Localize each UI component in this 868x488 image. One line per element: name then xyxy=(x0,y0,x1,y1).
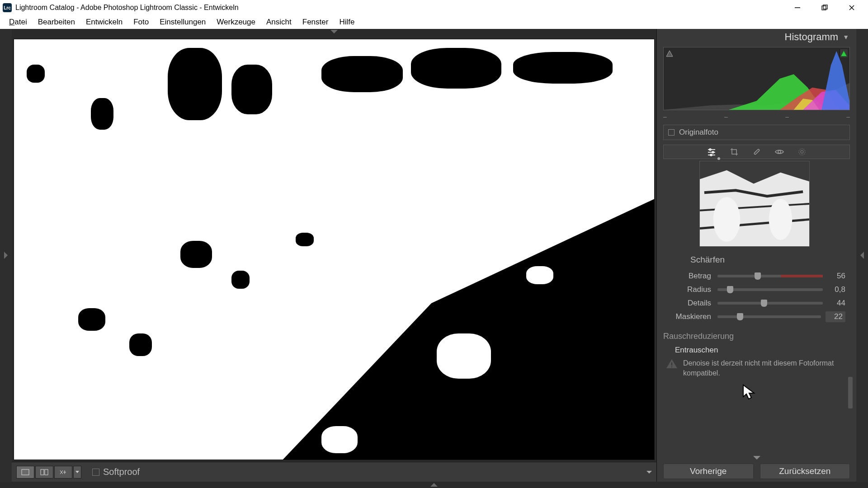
view-loupe-button[interactable] xyxy=(16,466,34,479)
heal-icon[interactable] xyxy=(752,147,762,157)
view-beforeafter-button[interactable] xyxy=(35,466,53,479)
softproof-label: Softproof xyxy=(103,467,140,477)
original-photo-checkbox[interactable] xyxy=(668,129,675,136)
window-title: Lightroom Catalog - Adobe Photoshop Ligh… xyxy=(15,4,239,12)
histogram-display[interactable] xyxy=(663,47,850,110)
develop-canvas[interactable] xyxy=(12,34,656,462)
develop-toolstrip xyxy=(663,145,850,159)
crop-icon[interactable] xyxy=(729,147,739,157)
svg-point-29 xyxy=(799,149,805,155)
svg-marker-12 xyxy=(666,51,673,56)
masking-icon[interactable] xyxy=(797,147,807,157)
edit-panel-icon[interactable] xyxy=(707,147,717,157)
svg-point-32 xyxy=(769,199,792,240)
shadow-clip-icon[interactable] xyxy=(665,49,674,57)
menu-fenster[interactable]: Fenster xyxy=(297,16,334,28)
svg-rect-26 xyxy=(754,149,760,155)
view-reference-button[interactable] xyxy=(54,466,72,479)
original-photo-row[interactable]: Originalfoto xyxy=(663,125,850,140)
right-panel-toggle[interactable] xyxy=(856,29,868,482)
develop-footer: Softproof xyxy=(12,462,656,482)
redeye-icon[interactable] xyxy=(774,147,784,157)
window-maximize-button[interactable] xyxy=(811,0,838,15)
previous-button[interactable]: Vorherige xyxy=(663,464,754,479)
view-mode-dropdown[interactable] xyxy=(73,466,81,479)
svg-marker-13 xyxy=(841,51,847,56)
footer-options-dropdown[interactable] xyxy=(646,471,652,474)
window-close-button[interactable] xyxy=(838,0,865,15)
panel-scrollbar[interactable] xyxy=(847,159,854,455)
svg-rect-7 xyxy=(45,469,48,475)
denoise-warning: Denoise ist derzeit nicht mit diesem Fot… xyxy=(663,358,845,378)
highlight-clip-icon[interactable] xyxy=(840,49,848,57)
slider-maskieren[interactable]: Maskieren 22 xyxy=(663,310,845,324)
menu-einstellungen[interactable]: Einstellungen xyxy=(154,16,211,28)
right-panel: Histogramm ▼ –––– Origi xyxy=(656,29,856,482)
warning-icon xyxy=(666,358,678,369)
panel-collapse-toggle[interactable] xyxy=(657,455,856,461)
slider-betrag[interactable]: Betrag 56 xyxy=(663,269,845,283)
slider-details[interactable]: Details 44 xyxy=(663,296,845,310)
histogram-stats: –––– xyxy=(663,113,850,120)
histogram-disclosure-icon[interactable]: ▼ xyxy=(843,33,849,41)
slider-radius[interactable]: Radius 0,8 xyxy=(663,283,845,296)
svg-point-27 xyxy=(778,150,781,153)
titlebar: Lrc Lightroom Catalog - Adobe Photoshop … xyxy=(0,0,868,15)
histogram-header[interactable]: Histogramm xyxy=(785,31,839,43)
menu-werkzeuge[interactable]: Werkzeuge xyxy=(211,16,261,28)
svg-marker-19 xyxy=(821,51,849,110)
reset-button[interactable]: Zurücksetzen xyxy=(760,464,850,479)
svg-point-28 xyxy=(801,150,803,153)
window-minimize-button[interactable] xyxy=(784,0,811,15)
softproof-checkbox[interactable] xyxy=(92,469,99,476)
svg-rect-35 xyxy=(671,366,672,367)
menubar: DDateiatei Bearbeiten Entwickeln Foto Ei… xyxy=(0,15,868,29)
menu-entwickeln[interactable]: Entwickeln xyxy=(80,16,128,28)
menu-ansicht[interactable]: Ansicht xyxy=(261,16,297,28)
svg-rect-6 xyxy=(41,469,44,475)
app-icon: Lrc xyxy=(3,3,12,12)
preview-image[interactable] xyxy=(14,39,655,460)
svg-rect-34 xyxy=(671,362,672,366)
noise-reduction-title: Rauschreduzierung xyxy=(663,332,845,341)
detail-preview-thumb[interactable] xyxy=(699,161,810,247)
top-panel-toggle[interactable] xyxy=(12,29,656,34)
sharpen-section-title: Schärfen xyxy=(690,255,845,265)
menu-bearbeiten[interactable]: Bearbeiten xyxy=(33,16,80,28)
softproof-toggle[interactable]: Softproof xyxy=(92,467,140,477)
original-photo-label: Originalfoto xyxy=(679,128,718,137)
menu-hilfe[interactable]: Hilfe xyxy=(334,16,360,28)
svg-rect-5 xyxy=(22,469,29,475)
svg-point-31 xyxy=(713,197,740,242)
denoise-label: Entrauschen xyxy=(675,346,845,355)
menu-foto[interactable]: Foto xyxy=(128,16,154,28)
left-panel-toggle[interactable] xyxy=(0,29,12,482)
filmstrip-toggle[interactable] xyxy=(0,482,868,488)
menu-datei[interactable]: DDateiatei xyxy=(4,16,33,28)
